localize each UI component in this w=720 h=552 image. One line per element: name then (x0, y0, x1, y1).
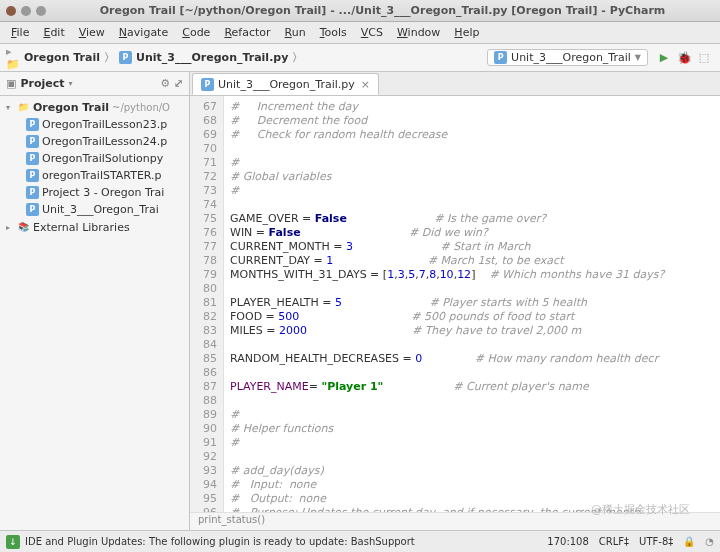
run-button[interactable]: ▶ (656, 50, 672, 66)
tree-file-label: OregonTrailLesson24.p (42, 135, 167, 148)
tree-root-label: Oregon Trail (33, 101, 109, 114)
project-tree: ▾ 📁 Oregon Trail ~/python/O POregonTrail… (0, 96, 189, 238)
status-bar: ↓ IDE and Plugin Updates: The following … (0, 530, 720, 552)
collapse-icon[interactable]: ⤢ (174, 77, 183, 90)
breadcrumb-function: print_status() (198, 514, 265, 525)
chevron-down-icon: ▼ (635, 53, 641, 62)
editor-tab[interactable]: P Unit_3___Oregon_Trail.py × (192, 73, 379, 95)
line-separator[interactable]: CRLF‡ (599, 536, 629, 547)
folder-icon: ▸📁 (6, 51, 20, 65)
menu-tools[interactable]: Tools (313, 24, 354, 41)
menu-refactor[interactable]: Refactor (217, 24, 277, 41)
window-maximize-icon[interactable] (36, 6, 46, 16)
python-file-icon: P (26, 152, 39, 165)
python-file-icon: P (119, 51, 132, 64)
menu-window[interactable]: Window (390, 24, 447, 41)
close-icon[interactable]: × (361, 78, 370, 91)
tree-file-label: OregonTrailSolutionpy (42, 152, 163, 165)
python-file-icon: P (201, 78, 214, 91)
tab-label: Unit_3___Oregon_Trail.py (218, 78, 355, 91)
code-content[interactable]: # Increment the day # Decrement the food… (224, 96, 720, 512)
editor-area: P Unit_3___Oregon_Trail.py × 67 68 69 70… (190, 72, 720, 530)
tree-file-label: Unit_3___Oregon_Trai (42, 203, 159, 216)
run-configuration-selector[interactable]: P Unit_3___Oregon_Trail ▼ (487, 49, 648, 66)
project-sidebar: ▣ Project ▾ ⚙ ⤢ ▾ 📁 Oregon Trail ~/pytho… (0, 72, 190, 530)
tree-expand-icon[interactable]: ▾ (6, 103, 16, 112)
menu-help[interactable]: Help (447, 24, 486, 41)
line-gutter: 67 68 69 70 71 72 73 74 75 76 77 78 79 8… (190, 96, 224, 512)
run-config-label: Unit_3___Oregon_Trail (511, 51, 631, 64)
project-tool-header[interactable]: ▣ Project ▾ ⚙ ⤢ (0, 72, 189, 96)
python-file-icon: P (26, 135, 39, 148)
file-encoding[interactable]: UTF-8‡ (639, 536, 673, 547)
menu-run[interactable]: Run (278, 24, 313, 41)
tree-file[interactable]: PUnit_3___Oregon_Trai (0, 201, 189, 218)
tree-file-label: Project 3 - Oregon Trai (42, 186, 164, 199)
tree-file-label: OregonTrailLesson23.p (42, 118, 167, 131)
chevron-right-icon: 〉 (104, 50, 115, 65)
lock-icon[interactable]: 🔒 (683, 536, 695, 547)
chevron-down-icon: ▾ (68, 79, 72, 88)
breadcrumb-file: Unit_3___Oregon_Trail.py (136, 51, 288, 64)
breadcrumb[interactable]: ▸📁 Oregon Trail 〉 P Unit_3___Oregon_Trai… (6, 50, 487, 65)
window-close-icon[interactable] (6, 6, 16, 16)
gear-icon[interactable]: ⚙ (160, 77, 170, 90)
window-title: Oregon Trail [~/python/Oregon Trail] - .… (51, 4, 714, 17)
menu-bar: FileEditViewNavigateCodeRefactorRunTools… (0, 22, 720, 44)
menu-code[interactable]: Code (175, 24, 217, 41)
tree-root[interactable]: ▾ 📁 Oregon Trail ~/python/O (0, 98, 189, 116)
code-editor[interactable]: 67 68 69 70 71 72 73 74 75 76 77 78 79 8… (190, 96, 720, 512)
library-icon: 📚 (16, 220, 30, 234)
tree-file[interactable]: POregonTrailLesson23.p (0, 116, 189, 133)
tree-file[interactable]: PoregonTrailSTARTER.p (0, 167, 189, 184)
tree-file[interactable]: POregonTrailLesson24.p (0, 133, 189, 150)
search-button[interactable]: ⬚ (696, 50, 712, 66)
python-file-icon: P (26, 118, 39, 131)
tree-collapse-icon[interactable]: ▸ (6, 223, 16, 232)
python-file-icon: P (494, 51, 507, 64)
update-icon: ↓ (6, 535, 20, 549)
external-libs-label: External Libraries (33, 221, 130, 234)
folder-icon: 📁 (16, 100, 30, 114)
tree-file[interactable]: POregonTrailSolutionpy (0, 150, 189, 167)
status-text: IDE and Plugin Updates: The following pl… (25, 536, 415, 547)
editor-tab-bar: P Unit_3___Oregon_Trail.py × (190, 72, 720, 96)
breadcrumb-project: Oregon Trail (24, 51, 100, 64)
menu-file[interactable]: File (4, 24, 36, 41)
tree-external-libs[interactable]: ▸ 📚 External Libraries (0, 218, 189, 236)
tree-file-label: oregonTrailSTARTER.p (42, 169, 162, 182)
tree-file[interactable]: PProject 3 - Oregon Trai (0, 184, 189, 201)
python-file-icon: P (26, 169, 39, 182)
inspector-icon[interactable]: ◔ (705, 536, 714, 547)
menu-view[interactable]: View (72, 24, 112, 41)
main-area: ▣ Project ▾ ⚙ ⤢ ▾ 📁 Oregon Trail ~/pytho… (0, 72, 720, 530)
python-file-icon: P (26, 203, 39, 216)
menu-navigate[interactable]: Navigate (112, 24, 175, 41)
tree-root-path: ~/python/O (112, 102, 170, 113)
editor-breadcrumb[interactable]: print_status() (190, 512, 720, 530)
python-file-icon: P (26, 186, 39, 199)
window-minimize-icon[interactable] (21, 6, 31, 16)
debug-button[interactable]: 🐞 (676, 50, 692, 66)
menu-edit[interactable]: Edit (36, 24, 71, 41)
window-titlebar: Oregon Trail [~/python/Oregon Trail] - .… (0, 0, 720, 22)
menu-vcs[interactable]: VCS (354, 24, 390, 41)
project-header-label: Project (20, 77, 64, 90)
cursor-position[interactable]: 170:108 (547, 536, 589, 547)
status-message[interactable]: ↓ IDE and Plugin Updates: The following … (6, 535, 547, 549)
chevron-right-icon: 〉 (292, 50, 303, 65)
navigation-bar: ▸📁 Oregon Trail 〉 P Unit_3___Oregon_Trai… (0, 44, 720, 72)
